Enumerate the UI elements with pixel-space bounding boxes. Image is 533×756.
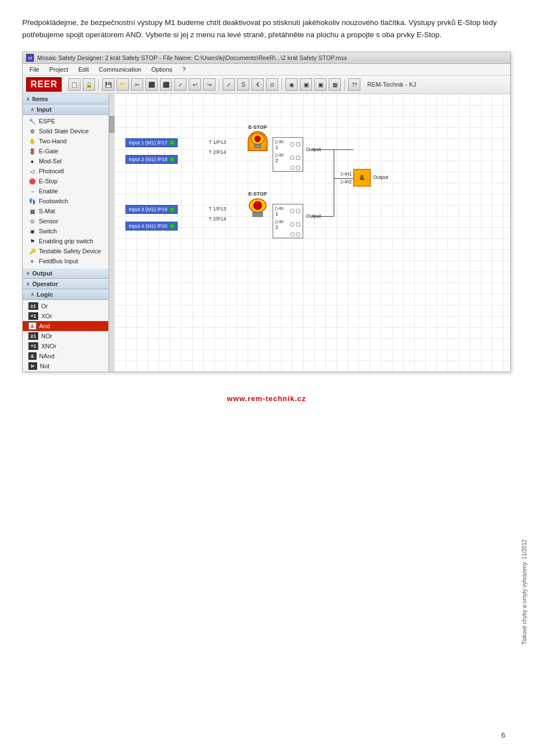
timer-top-t2: T 2/P14: [209, 149, 226, 155]
timer-top-t1: T 1/P13: [209, 139, 226, 145]
item-enable[interactable]: → Enable: [23, 186, 108, 196]
item-photocell[interactable]: ◁ Photocell: [23, 166, 108, 176]
item-testable-safety[interactable]: 🔑 Testable Safety Device: [23, 246, 108, 256]
not-label: Not: [40, 363, 49, 369]
item-fieldbus-input-label: FieldBus Input: [39, 258, 78, 264]
toolbar-btn-13[interactable]: €: [252, 78, 264, 91]
item-footswitch-label: Footswitch: [39, 198, 68, 204]
left-panel-scrollbar[interactable]: [109, 94, 114, 372]
scrollbar-thumb[interactable]: [109, 116, 114, 133]
input4-block[interactable]: Input 4 (M1) /P20: [125, 222, 178, 231]
input3-block[interactable]: Input 3 (M1) /P19: [125, 205, 178, 214]
toolbar-btn-18[interactable]: ▦: [329, 78, 341, 91]
toolbar-btn-15[interactable]: ◉: [285, 78, 298, 91]
estop-bottom[interactable]: E-STOP: [248, 191, 268, 220]
and-label: And: [39, 323, 51, 329]
item-switch-label: Switch: [39, 228, 57, 234]
operator-section-header[interactable]: ∧ Operator: [23, 279, 108, 289]
item-e-gate[interactable]: 🚪 E-Gate: [23, 146, 108, 156]
item-mod-sel[interactable]: ● Mod-Sel: [23, 156, 108, 166]
item-fieldbus-input[interactable]: ≡ FieldBus Input: [23, 256, 108, 266]
toolbar-btn-1[interactable]: 📋: [68, 78, 81, 91]
gate-top-extra: [273, 164, 303, 171]
toolbar-separator-3: [281, 79, 282, 90]
output-section-header[interactable]: ∨ Output: [23, 268, 108, 279]
not-badge: ⊳: [28, 362, 37, 370]
input-section-label: Input: [37, 106, 52, 113]
nand-label: NAnd: [39, 353, 55, 359]
toolbar-btn-17[interactable]: ▣: [314, 78, 326, 91]
logic-item-not[interactable]: ⊳ Not: [23, 361, 108, 371]
conn-top-to-and: [311, 149, 353, 150]
input-subsection-header[interactable]: ∧ Input: [23, 104, 108, 115]
logic-item-or[interactable]: ≥1 Or: [23, 301, 108, 311]
testable-safety-icon: 🔑: [28, 247, 36, 255]
item-solid-state[interactable]: ⚙ Solid State Device: [23, 126, 108, 136]
logic-item-xor[interactable]: =1 XOr: [23, 311, 108, 321]
input2-block[interactable]: Input 2 (M1) /P18: [125, 155, 178, 164]
toolbar-btn-9[interactable]: ↩: [189, 78, 201, 91]
input1-indicator: [170, 141, 174, 145]
menu-edit[interactable]: Edit: [74, 65, 93, 74]
logic-item-nand[interactable]: & NAnd: [23, 351, 108, 361]
espe-icon: 🔧: [28, 117, 36, 125]
toolbar-btn-14[interactable]: ⊙: [266, 78, 278, 91]
left-panel: ∧ Items ∧ Input 🔧 ESPE ⚙ Solid St: [23, 94, 109, 372]
title-bar: M Mosaic Safety Designer: 2 krát Safety …: [23, 52, 510, 64]
logic-item-and[interactable]: & And: [23, 321, 108, 331]
input4-indicator: [170, 224, 174, 228]
toolbar-btn-5[interactable]: ✂: [131, 78, 143, 91]
toolbar-btn-6[interactable]: ⬛: [145, 78, 158, 91]
toolbar-btn-16[interactable]: ▣: [300, 78, 312, 91]
item-espe[interactable]: 🔧 ESPE: [23, 116, 108, 126]
gate-top-dot1: [290, 142, 295, 147]
menu-options[interactable]: Options: [147, 65, 177, 74]
logic-subsection-header[interactable]: ∧ Logic: [23, 289, 108, 300]
toolbar-btn-10[interactable]: ↪: [203, 78, 215, 91]
nor-badge: ≥1: [28, 332, 38, 340]
and-block[interactable]: &: [353, 169, 371, 187]
toolbar-btn-19[interactable]: ⁇: [348, 78, 360, 91]
logic-item-xnor[interactable]: =1 XNOr: [23, 341, 108, 351]
item-two-hand[interactable]: ✋ Two-Hand: [23, 136, 108, 146]
gate-top-in2: ▷In 2: [273, 151, 303, 164]
footer-url[interactable]: www.rem-technik.cz: [227, 394, 306, 403]
menu-project[interactable]: Project: [45, 65, 73, 74]
gate-bottom-in2: ▷In 2: [273, 218, 303, 231]
diagram-canvas[interactable]: Input 1 (M1) /P17 Input 2 (M1) /P18 E-ST…: [114, 94, 510, 372]
menu-communication[interactable]: Communication: [94, 65, 145, 74]
toolbar-btn-12[interactable]: S: [237, 78, 249, 91]
output-collapse-icon: ∨: [26, 271, 30, 276]
menu-file[interactable]: File: [25, 65, 44, 74]
input3-label: Input 3 (M1) /P19: [125, 205, 178, 214]
item-e-stop[interactable]: 🔴 E-Stop: [23, 176, 108, 186]
svg-point-4: [253, 201, 262, 210]
timer-bottom-t2: T 2/P14: [209, 216, 226, 222]
estop-top-label: E-STOP: [248, 124, 268, 130]
item-switch[interactable]: ◉ Switch: [23, 226, 108, 236]
estop-top[interactable]: E-STOP: [248, 124, 268, 151]
toolbar-btn-4[interactable]: 📁: [117, 78, 129, 91]
svg-rect-5: [253, 212, 263, 217]
logic-item-nor[interactable]: ≥1 NOr: [23, 331, 108, 341]
item-e-gate-label: E-Gate: [39, 148, 58, 154]
items-section-header[interactable]: ∧ Items: [23, 94, 108, 104]
logic-items-list: ≥1 Or =1 XOr & And ≥1 NOr: [23, 300, 108, 372]
toolbar-btn-3[interactable]: 💾: [102, 78, 114, 91]
logic-item-multiplexer[interactable]: M Multiplexer: [23, 371, 108, 372]
input1-block[interactable]: Input 1 (M1) /P17: [125, 138, 178, 147]
toolbar-btn-2[interactable]: 🔒: [83, 78, 95, 91]
conn-bottom-v: [334, 149, 334, 216]
item-enabling-grip[interactable]: ⚑ Enabling grip switch: [23, 236, 108, 246]
item-sensor[interactable]: ⊙ Sensor: [23, 216, 108, 226]
input2-label: Input 2 (M1) /P18: [125, 155, 178, 164]
gate-top-dot2: [296, 142, 300, 147]
item-footswitch[interactable]: 👣 Footswitch: [23, 196, 108, 206]
toolbar-btn-11[interactable]: ✓: [223, 78, 235, 91]
toolbar-btn-7[interactable]: ⬛: [160, 78, 172, 91]
item-s-mat[interactable]: ▦ S-Mat: [23, 206, 108, 216]
menu-help[interactable]: ?: [178, 65, 190, 74]
item-enable-label: Enable: [39, 188, 58, 194]
item-testable-safety-label: Testable Safety Device: [39, 248, 101, 254]
toolbar-btn-8[interactable]: ✓: [174, 78, 187, 91]
